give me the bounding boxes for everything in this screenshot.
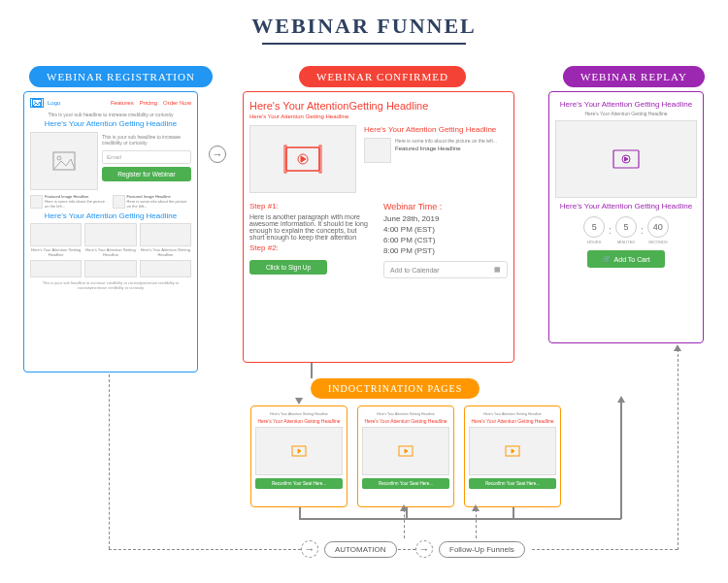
automation-pill: AUTOMATION <box>324 541 397 558</box>
image-placeholder-icon <box>364 138 391 163</box>
reconfirm-button[interactable]: Reconfirm Your Seat Here... <box>469 478 556 489</box>
add-to-cart-button[interactable]: 🛒 Add To Cart <box>587 250 665 268</box>
confirmed-card: Here's Your AttentionGetting Headline He… <box>243 91 514 363</box>
diagram-title: WEBINAR FUNNEL <box>251 14 477 39</box>
video-placeholder-icon[interactable] <box>555 120 697 198</box>
conf-side-headline: Here's Your Attention Getting Headline <box>364 125 508 134</box>
thumb-2: Here's Your Attention Getting Headline <box>84 223 136 257</box>
connector-dotted <box>398 549 415 550</box>
logo-icon <box>30 98 44 108</box>
add-to-calendar-button[interactable]: Add to Calendar ▦ <box>383 261 508 278</box>
logo-text: Logo <box>48 100 60 106</box>
banner-replay: WEBINAR REPLAY <box>563 66 705 87</box>
webinar-time-1: 4:00 PM (EST) <box>383 225 508 234</box>
replay-headline: Here's Your Attention Getting Headline <box>555 100 697 109</box>
thumb-1: Here's Your Attention Getting Headline <box>30 223 82 257</box>
countdown-minutes: 5 <box>615 216 637 238</box>
image-placeholder-icon <box>84 260 136 277</box>
conf-side-info: Here is some info about the picture on t… <box>395 138 497 144</box>
banner-registration: WEBINAR REGISTRATION <box>29 66 213 87</box>
connector-dotted <box>532 549 678 550</box>
reg-headline: Here's Your Attention Getting Headline <box>30 119 191 128</box>
conf-side-feat: Featured Image Headline <box>395 146 497 151</box>
registration-card: Logo Features Pricing Order Now This is … <box>23 91 198 372</box>
arrow-right-icon: → <box>415 540 433 558</box>
register-button[interactable]: Register for Webinar <box>102 167 191 181</box>
connector-dotted <box>404 509 405 538</box>
banner-confirmed: WEBINAR CONFIRMED <box>299 66 466 87</box>
connector-line <box>299 518 621 520</box>
nav-features[interactable]: Features <box>111 100 134 106</box>
webinar-date: June 28th, 2019 <box>383 214 508 223</box>
step-2-label: Step #2: <box>249 243 374 252</box>
connector-line <box>299 507 301 519</box>
image-placeholder-icon <box>30 260 82 277</box>
connector-dotted <box>109 374 110 549</box>
arrow-right-icon: → <box>209 146 226 163</box>
connector-line <box>620 403 622 519</box>
video-placeholder-icon[interactable] <box>249 125 356 193</box>
nav-order[interactable]: Order Now <box>163 100 191 106</box>
reg-footer: This is your sub headline to increase cr… <box>30 280 191 290</box>
webinar-time-3: 8:00 PM (PST) <box>383 246 508 255</box>
nav-pricing[interactable]: Pricing <box>140 100 157 106</box>
image-placeholder-icon <box>30 132 98 190</box>
connector-line <box>513 507 514 519</box>
replay-sub: Here's Your Attention Getting Headline <box>555 111 697 116</box>
arrow-up-icon <box>400 504 408 511</box>
image-placeholder-icon <box>140 223 191 246</box>
svg-rect-5 <box>284 146 286 173</box>
countdown-seconds: 40 <box>647 216 669 238</box>
conf-paragraph: Here is another paragraph with more awes… <box>249 213 374 241</box>
video-placeholder-icon[interactable] <box>362 427 449 475</box>
connector-dotted <box>109 549 301 550</box>
signup-button[interactable]: Click to Sign Up <box>249 260 327 275</box>
thumb-3: Here's Your Attention Getting Headline <box>140 223 191 257</box>
indoctrination-card-1: Here's Your Attention Getting Headline H… <box>250 405 347 507</box>
followup-pill: Follow-Up Funnels <box>439 541 525 558</box>
video-placeholder-icon[interactable] <box>469 427 556 475</box>
indoctrination-card-3: Here's Your Attention Getting Headline H… <box>464 405 561 507</box>
image-placeholder-icon <box>30 195 43 209</box>
reconfirm-button[interactable]: Reconfirm Your Seat Here... <box>255 478 343 489</box>
title-underline <box>262 43 466 45</box>
reg-nav: Logo Features Pricing Order Now <box>30 98 191 108</box>
image-placeholder-icon <box>113 195 125 209</box>
image-placeholder-icon <box>30 223 82 246</box>
webinar-time-2: 6:00 PM (CST) <box>383 236 508 244</box>
reg-subheadline-1: This is your sub headline to increase cr… <box>30 112 191 117</box>
arrow-down-icon <box>295 398 303 405</box>
feature-2: Featured Image HeadlineHere is some info… <box>113 194 192 209</box>
connector-dotted <box>476 509 477 538</box>
countdown-hours: 5 <box>583 216 605 238</box>
email-field[interactable]: Email <box>102 150 191 164</box>
indoctrination-card-2: Here's Your Attention Getting Headline H… <box>357 405 454 507</box>
feature-1: Featured Image HeadlineHere is some info… <box>30 194 110 209</box>
svg-point-3 <box>57 156 61 160</box>
countdown: 5HOURS : 5MINUTES : 40SECONDS <box>555 216 697 244</box>
svg-point-1 <box>34 101 36 103</box>
video-placeholder-icon[interactable] <box>255 427 343 475</box>
arrow-up-icon <box>472 504 480 511</box>
webinar-time-label: Webinar Time : <box>383 202 508 211</box>
arrow-up-icon <box>617 396 625 403</box>
step-1-label: Step #1: <box>249 202 374 211</box>
reconfirm-button[interactable]: Reconfirm Your Seat Here... <box>362 478 449 489</box>
banner-indoctrination: INDOCTRINATION PAGES <box>311 378 480 399</box>
cart-icon: 🛒 <box>603 255 612 263</box>
image-placeholder-icon <box>84 223 136 246</box>
svg-rect-6 <box>319 146 321 173</box>
arrow-up-icon <box>674 344 681 351</box>
connector-line <box>311 363 313 378</box>
conf-headline: Here's Your AttentionGetting Headline <box>249 100 508 112</box>
calendar-icon: ▦ <box>494 266 501 274</box>
reg-subheadline-2: This is your sub headline to increase cr… <box>102 134 191 146</box>
reg-headline-2: Here's Your Attention Getting Headline <box>30 211 191 220</box>
arrow-right-icon: → <box>301 540 318 558</box>
connector-dotted <box>678 349 678 550</box>
replay-headline-2: Here's Your Attention Getting Headline <box>555 202 697 211</box>
conf-subheadline: Here's Your Attention Getting Headline <box>249 113 508 119</box>
image-placeholder-icon <box>140 260 191 277</box>
replay-card: Here's Your Attention Getting Headline H… <box>548 91 704 343</box>
